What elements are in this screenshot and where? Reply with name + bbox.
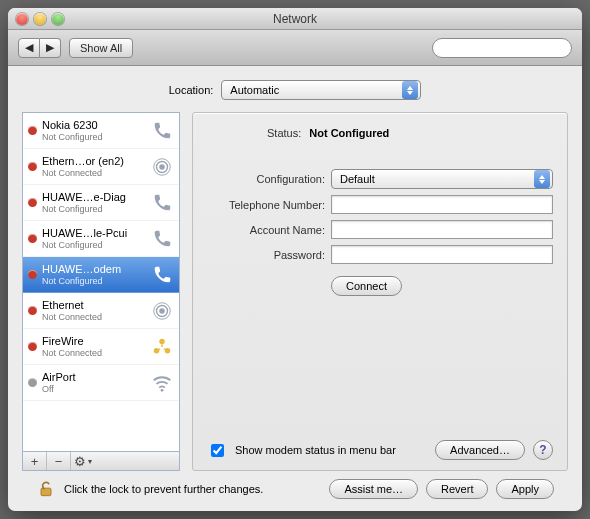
status-dot-icon [28,198,37,207]
service-list[interactable]: Nokia 6230Not ConfiguredEthern…or (en2)N… [22,112,180,451]
configuration-popup[interactable]: Default [331,169,553,189]
configuration-value: Default [340,173,528,185]
updown-arrows-icon [402,81,418,99]
svg-point-5 [159,308,165,314]
connect-button[interactable]: Connect [331,276,402,296]
show-modem-status-label[interactable]: Show modem status in menu bar [235,444,396,456]
telephone-number-label: Telephone Number: [207,199,325,211]
service-actions-button[interactable]: ⚙▾ [71,452,95,470]
service-row[interactable]: HUAWE…le-PcuiNot Configured [23,221,179,257]
assist-me-button[interactable]: Assist me… [329,479,418,499]
status-value: Not Configured [309,127,389,139]
service-text: FireWireNot Connected [42,335,145,359]
status-dot-icon [28,270,37,279]
minimize-window-button[interactable] [34,13,46,25]
wifi-icon [150,371,174,395]
service-text: EthernetNot Connected [42,299,145,323]
chevron-right-icon: ▶ [46,41,54,54]
gear-icon: ⚙ [74,454,86,469]
svg-point-11 [161,388,164,391]
account-name-label: Account Name: [207,224,325,236]
connection-form: Configuration: Default Telephone Number:… [207,169,553,296]
chevron-down-icon: ▾ [88,457,92,466]
forward-button[interactable]: ▶ [40,38,61,58]
apply-button[interactable]: Apply [496,479,554,499]
service-row[interactable]: HUAWE…e-DiagNot Configured [23,185,179,221]
service-row[interactable]: Ethern…or (en2)Not Connected [23,149,179,185]
service-row[interactable]: HUAWE…odemNot Configured [23,257,179,293]
close-window-button[interactable] [16,13,28,25]
show-all-button[interactable]: Show All [69,38,133,58]
status-dot-icon [28,234,37,243]
updown-arrows-icon [534,170,550,188]
service-row[interactable]: FireWireNot Connected [23,329,179,365]
firewire-icon [150,335,174,359]
status-dot-icon [28,342,37,351]
status-dot-icon [28,162,37,171]
svg-point-10 [165,347,171,353]
service-status: Not Configured [42,131,145,143]
service-text: HUAWE…le-PcuiNot Configured [42,227,145,251]
service-text: HUAWE…odemNot Configured [42,263,145,287]
content-area: Location: Automatic Nokia 6230Not Config… [8,66,582,511]
location-popup[interactable]: Automatic [221,80,421,100]
ethernet-icon [150,299,174,323]
status-label: Status: [267,127,301,139]
help-icon: ? [539,443,546,457]
nav-segmented-control: ◀ ▶ [18,38,61,58]
service-text: HUAWE…e-DiagNot Configured [42,191,145,215]
svg-point-2 [159,164,165,170]
window-title: Network [8,12,582,26]
chevron-left-icon: ◀ [25,41,33,54]
svg-point-8 [159,338,165,344]
status-dot-icon [28,306,37,315]
ethernet-icon [150,155,174,179]
service-row[interactable]: Nokia 6230Not Configured [23,113,179,149]
advanced-button[interactable]: Advanced… [435,440,525,460]
services-panel: Nokia 6230Not ConfiguredEthern…or (en2)N… [22,112,180,471]
search-input[interactable] [443,41,582,55]
back-button[interactable]: ◀ [18,38,40,58]
service-status: Off [42,383,145,395]
service-status: Not Configured [42,203,145,215]
detail-footer: Show modem status in menu bar Advanced… … [207,440,553,460]
service-name: HUAWE…e-Diag [42,191,145,203]
status-row: Status: Not Configured [207,127,553,139]
service-text: Ethern…or (en2)Not Connected [42,155,145,179]
telephone-number-input[interactable] [331,195,553,214]
lock-icon[interactable] [36,479,56,499]
bottom-bar: Click the lock to prevent further change… [22,471,568,499]
remove-service-button[interactable]: − [47,452,71,470]
revert-button[interactable]: Revert [426,479,488,499]
phone-icon [150,191,174,215]
location-label: Location: [169,84,214,96]
service-status: Not Connected [42,311,145,323]
show-modem-status-checkbox[interactable] [211,444,224,457]
phone-icon [150,227,174,251]
toolbar: ◀ ▶ Show All [8,30,582,66]
status-dot-icon [28,378,37,387]
zoom-window-button[interactable] [52,13,64,25]
configuration-label: Configuration: [207,173,325,185]
location-value: Automatic [230,84,396,96]
service-name: Ethern…or (en2) [42,155,145,167]
service-status: Not Configured [42,275,145,287]
password-label: Password: [207,249,325,261]
password-input[interactable] [331,245,553,264]
account-name-input[interactable] [331,220,553,239]
phone-icon [150,119,174,143]
search-field-container[interactable] [432,38,572,58]
phone-icon [150,263,174,287]
service-name: Nokia 6230 [42,119,145,131]
service-row[interactable]: AirPortOff [23,365,179,401]
service-text: Nokia 6230Not Configured [42,119,145,143]
svg-rect-12 [41,488,51,496]
service-name: AirPort [42,371,145,383]
lock-text: Click the lock to prevent further change… [64,483,263,495]
window-controls [16,13,64,25]
network-preferences-window: Network ◀ ▶ Show All Location: Automatic [8,8,582,511]
help-button[interactable]: ? [533,440,553,460]
service-text: AirPortOff [42,371,145,395]
add-service-button[interactable]: + [23,452,47,470]
service-row[interactable]: EthernetNot Connected [23,293,179,329]
